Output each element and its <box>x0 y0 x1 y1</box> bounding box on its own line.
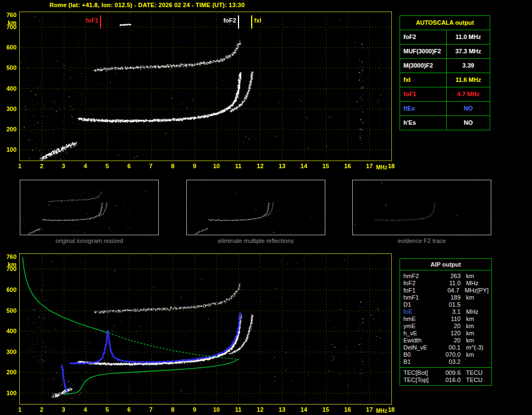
aip-param-unit <box>461 358 491 366</box>
thumbnail-caption-evidence: evidence F2 trace <box>352 237 491 244</box>
y-tick-700: 700 <box>1 265 16 272</box>
x-tick-14: 14 <box>298 163 310 169</box>
x-tick-17: 17 <box>363 406 375 413</box>
autoscala-screen: Rome (lat: +41.8, lon: 012.5) - DATE: 20… <box>0 0 532 415</box>
thumbnail-canvas-eliminate <box>187 180 325 235</box>
x-tick-15: 15 <box>320 163 332 169</box>
aip-param-value: 070.0 <box>434 351 461 358</box>
x-tick-10: 10 <box>210 163 223 169</box>
autoscala-table-title: AUTOSCALA output <box>400 16 490 30</box>
aip-param-name: hmF1 <box>400 294 434 301</box>
station-title: Rome (lat: +41.8, lon: 012.5) - DATE: 20… <box>49 2 245 8</box>
aip-param-unit: TECU <box>461 377 491 384</box>
aip-param-unit: MHz <box>461 308 491 316</box>
aip-param-name: TEC[Top] <box>400 377 434 384</box>
ionogram-plot-top: foF1foF2fxI <box>19 12 392 161</box>
y-tick-300: 300 <box>1 348 16 355</box>
x-tick-10: 10 <box>210 406 223 413</box>
ionogram-canvas-top <box>20 12 391 161</box>
autoscala-param-label: h'Es <box>400 116 447 130</box>
x-tick-7: 7 <box>145 406 157 413</box>
thumbnail-eliminate-reflections <box>186 180 325 235</box>
autoscala-param-value: 37.3 MHz <box>447 45 490 58</box>
aip-table-rows: hmF2263kmfoF211.0MHzfoF104.7MHz[PY]hmF11… <box>400 270 491 367</box>
aip-param-unit: MHz <box>461 280 491 287</box>
aip-param-value: 016.0 <box>434 377 461 384</box>
aip-param-value: 3.1 <box>434 308 461 316</box>
aip-param-name: TEC[Bot] <box>400 369 434 377</box>
x-tick-4: 4 <box>79 163 91 169</box>
autoscala-output-table: AUTOSCALA output foF211.0 MHzMUF(3000)F2… <box>400 15 490 130</box>
autoscala-param-label: fxI <box>400 73 447 87</box>
y-tick-300: 300 <box>1 106 16 112</box>
aip-row-ewidth: Ewidth20km <box>400 337 491 344</box>
thumbnail-canvas-evidence <box>353 180 491 235</box>
x-tick-2: 2 <box>36 406 48 413</box>
x-tick-6: 6 <box>123 406 135 413</box>
aip-row-b1: B103.2 <box>400 358 491 366</box>
x-tick-12: 12 <box>254 163 266 169</box>
autoscala-param-value: 11.6 MHz <box>447 73 490 87</box>
profile-plot-bottom <box>19 253 392 405</box>
aip-param-name: foF2 <box>400 280 434 287</box>
y-tick-600: 600 <box>1 286 16 293</box>
aip-param-name: hmE <box>400 316 434 323</box>
y-tick-600: 600 <box>1 44 16 51</box>
aip-param-unit: km <box>461 294 491 301</box>
aip-param-name: B0 <box>400 351 434 358</box>
autoscala-param-label: ftEs <box>400 102 447 115</box>
y-tick-100: 100 <box>1 390 16 396</box>
aip-param-value: 189 <box>434 294 461 301</box>
thumbnail-caption-original: original ionogram resized <box>20 237 159 244</box>
x-tick-15: 15 <box>320 406 332 413</box>
x-tick-11: 11 <box>232 406 245 413</box>
aip-param-unit: km <box>461 351 491 358</box>
x-tick-5: 5 <box>101 406 113 413</box>
thumbnail-original-ionogram <box>20 180 159 235</box>
y-tick-400: 400 <box>1 328 16 334</box>
x-tick-11: 11 <box>232 163 245 169</box>
aip-param-name: h_vE <box>400 330 434 337</box>
aip-param-value: 20 <box>434 337 461 344</box>
aip-param-name: foE <box>400 308 434 316</box>
x-tick-9: 9 <box>189 163 201 169</box>
aip-param-name: hmF2 <box>400 273 434 280</box>
aip-param-unit: km <box>461 273 491 280</box>
x-tick-5: 5 <box>101 163 113 169</box>
autoscala-table-rows: foF211.0 MHzMUF(3000)F237.3 MHzM(3000)F2… <box>400 30 490 130</box>
autoscala-param-value: 4.7 MHz <box>447 87 490 101</box>
aip-param-value: 04.7 <box>434 287 459 294</box>
autoscala-param-label: MUF(3000)F2 <box>400 45 447 58</box>
x-axis-unit-mhz: MHz <box>376 164 387 170</box>
aip-row-h-ve: h_vE120km <box>400 330 491 337</box>
autoscala-row-fof2: foF211.0 MHz <box>400 30 490 45</box>
aip-param-value: 120 <box>434 330 461 337</box>
aip-param-unit: TECU <box>461 369 491 377</box>
aip-param-name: B1 <box>400 358 434 366</box>
aip-param-name: DelN_vE <box>400 344 434 351</box>
aip-param-value: 00.1 <box>434 344 461 351</box>
x-tick-9: 9 <box>189 406 201 413</box>
x-tick-8: 8 <box>167 163 179 169</box>
x-tick-1: 1 <box>14 406 26 413</box>
y-tick-200: 200 <box>1 126 16 132</box>
aip-row-fof1: foF104.7MHz[PY] <box>400 287 491 294</box>
thumbnail-evidence-f2 <box>352 180 491 235</box>
aip-param-unit: km <box>461 316 491 323</box>
y-tick-500: 500 <box>1 64 16 71</box>
autoscala-param-value: NO <box>447 102 490 115</box>
autoscala-row-ftes: ftEsNO <box>400 102 490 116</box>
aip-param-value: 01.5 <box>434 301 461 308</box>
y-axis-unit-km: km <box>1 19 16 26</box>
x-tick-13: 13 <box>276 406 288 413</box>
aip-row-fof2: foF211.0MHz <box>400 280 491 287</box>
aip-tec-rows: TEC[Bot]009.6TECUTEC[Top]016.0TECU <box>400 367 491 385</box>
aip-param-value: 263 <box>434 273 461 280</box>
x-tick-18: 18 <box>385 406 397 413</box>
x-tick-14: 14 <box>298 406 310 413</box>
autoscala-param-value: 11.0 MHz <box>447 30 490 44</box>
y-tick-500: 500 <box>1 307 16 314</box>
autoscala-param-label: foF1 <box>400 87 447 101</box>
y-tick-760: 760 <box>1 12 16 18</box>
autoscala-row-fxi: fxI11.6 MHz <box>400 73 490 87</box>
